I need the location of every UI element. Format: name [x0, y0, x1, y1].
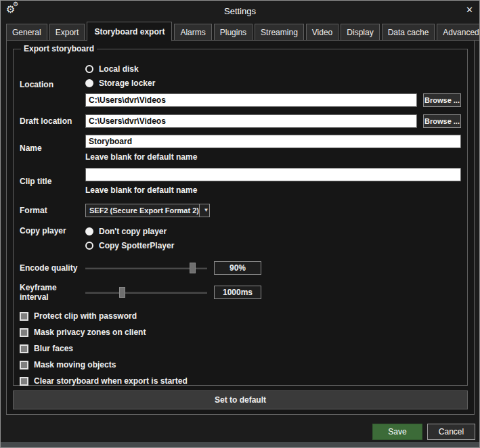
encode-quality-label: Encode quality: [20, 263, 85, 273]
chevron-down-icon[interactable]: ▼: [199, 204, 213, 217]
keyframe-interval-row: Keyframe interval 1000ms: [20, 283, 461, 302]
tab-plugins[interactable]: Plugins: [214, 24, 253, 41]
storyboard-export-panel: Export storyboard Location Local disk St…: [6, 40, 475, 415]
checkbox-icon[interactable]: [20, 312, 28, 321]
name-input[interactable]: [85, 135, 461, 148]
clip-title-hint: Leave blank for default name: [85, 185, 461, 195]
keyframe-interval-value: 1000ms: [214, 286, 261, 299]
options-checkbox-list: Protect clip with password Mask privacy …: [20, 311, 461, 402]
window-title: Settings: [1, 6, 479, 16]
slider-handle[interactable]: [190, 263, 196, 273]
window-bottom-strip: [1, 442, 479, 447]
location-path-input[interactable]: [85, 93, 417, 107]
copy-player-label: Copy player: [20, 224, 85, 252]
checkbox-protect-clip[interactable]: Protect clip with password: [20, 311, 461, 321]
dont-copy-player-label: Don't copy player: [99, 227, 167, 236]
slider-track: [85, 267, 207, 269]
clip-title-label: Clip title: [20, 177, 85, 186]
copy-spotterplayer-label: Copy SpotterPlayer: [99, 241, 174, 250]
local-disk-label: Local disk: [99, 64, 139, 74]
tab-export[interactable]: Export: [49, 24, 85, 41]
tab-alarms[interactable]: Alarms: [174, 24, 211, 41]
radio-storage-locker[interactable]: Storage locker: [85, 76, 461, 90]
format-selected-value: SEF2 (Secure Export Format 2): [86, 204, 199, 217]
clip-title-input[interactable]: [85, 168, 461, 181]
location-label: Location: [20, 80, 85, 89]
radio-on-icon[interactable]: [85, 79, 93, 87]
storage-locker-label: Storage locker: [99, 79, 155, 88]
encode-quality-value: 90%: [214, 261, 261, 275]
slider-handle[interactable]: [119, 287, 125, 298]
location-row: Location Local disk Storage locker Brows…: [20, 62, 461, 107]
encode-quality-row: Encode quality 90%: [20, 261, 461, 275]
cancel-button[interactable]: Cancel: [427, 424, 475, 440]
title-bar: ⚙⚙ Settings ✕: [1, 1, 479, 21]
tab-general[interactable]: General: [6, 24, 47, 41]
encode-quality-slider[interactable]: [85, 261, 207, 275]
radio-copy-spotterplayer[interactable]: Copy SpotterPlayer: [85, 238, 461, 252]
checkbox-icon[interactable]: [20, 328, 28, 337]
tab-video[interactable]: Video: [306, 24, 339, 41]
tab-storyboard-export[interactable]: Storyboard export: [87, 22, 172, 41]
export-storyboard-group: Export storyboard Location Local disk St…: [13, 44, 468, 386]
close-icon[interactable]: ✕: [466, 5, 473, 15]
checkbox-mask-moving-objects[interactable]: Mask moving objects: [20, 360, 461, 369]
format-label: Format: [20, 206, 85, 215]
format-row: Format SEF2 (Secure Export Format 2) ▼: [20, 204, 461, 217]
set-to-default-button[interactable]: Set to default: [13, 390, 468, 409]
save-button[interactable]: Save: [372, 424, 422, 440]
checkbox-icon[interactable]: [20, 377, 28, 386]
checkbox-mask-privacy-zones[interactable]: Mask privacy zones on client: [20, 328, 461, 337]
copy-player-row: Copy player Don't copy player Copy Spott…: [20, 224, 461, 252]
tab-display[interactable]: Display: [341, 24, 379, 41]
draft-location-row: Draft location Browse ...: [20, 114, 461, 128]
checkbox-icon[interactable]: [20, 344, 28, 353]
draft-browse-button[interactable]: Browse ...: [423, 114, 461, 128]
name-label: Name: [20, 143, 85, 153]
slider-track: [85, 292, 207, 294]
clip-title-row: Clip title Leave blank for default name: [20, 168, 461, 195]
location-browse-button[interactable]: Browse ...: [423, 93, 461, 107]
tab-bar: General Export Storyboard export Alarms …: [6, 22, 480, 41]
radio-off-icon[interactable]: [85, 65, 93, 73]
format-dropdown[interactable]: SEF2 (Secure Export Format 2) ▼: [85, 204, 210, 217]
draft-location-label: Draft location: [20, 116, 85, 126]
radio-dont-copy-player[interactable]: Don't copy player: [85, 224, 461, 238]
tab-streaming[interactable]: Streaming: [255, 24, 304, 41]
radio-on-icon[interactable]: [85, 227, 93, 236]
draft-location-input[interactable]: [85, 114, 417, 128]
tab-data-cache[interactable]: Data cache: [382, 24, 435, 41]
tab-advanced[interactable]: Advanced: [437, 24, 480, 41]
keyframe-interval-slider[interactable]: [85, 286, 207, 299]
keyframe-interval-label: Keyframe interval: [20, 283, 85, 302]
name-hint: Leave blank for default name: [85, 152, 461, 162]
name-row: Name Leave blank for default name: [20, 135, 461, 162]
group-title: Export storyboard: [21, 44, 97, 53]
radio-local-disk[interactable]: Local disk: [85, 62, 461, 76]
radio-off-icon[interactable]: [85, 242, 93, 250]
checkbox-clear-storyboard[interactable]: Clear storyboard when export is started: [20, 376, 461, 386]
checkbox-icon[interactable]: [20, 361, 28, 369]
checkbox-blur-faces[interactable]: Blur faces: [20, 344, 461, 353]
settings-window: ⚙⚙ Settings ✕ General Export Storyboard …: [0, 0, 480, 448]
